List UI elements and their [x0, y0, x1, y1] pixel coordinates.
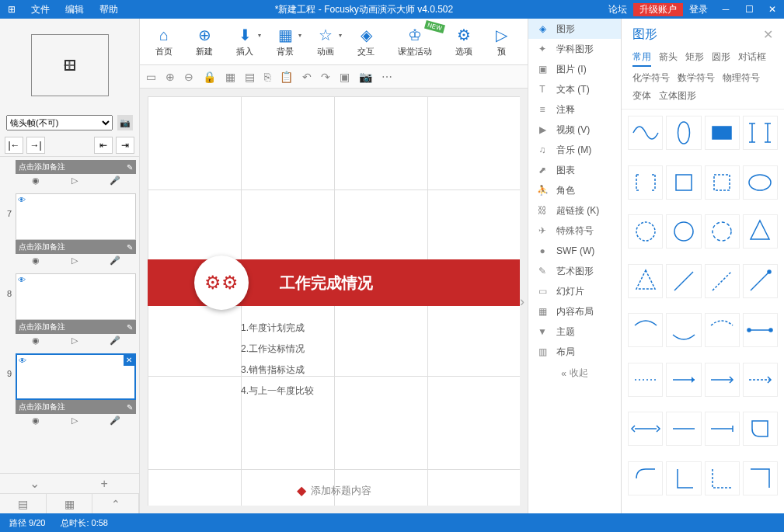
- toolbar-background[interactable]: ▦背景: [277, 26, 294, 57]
- title-bar[interactable]: ⚙⚙ 工作完成情况: [148, 259, 520, 306]
- undo-icon[interactable]: ↶: [302, 71, 312, 83]
- slide-item[interactable]: 8 👁 点击添加备注✎ ◉▷🎤: [3, 273, 136, 347]
- edit-caption-icon[interactable]: ✎: [127, 403, 133, 412]
- shape-cell[interactable]: [705, 461, 740, 495]
- insert-menu-item[interactable]: ▼主题: [528, 322, 621, 342]
- add-frame-button[interactable]: +: [31, 34, 109, 96]
- add-slide-button[interactable]: +: [70, 474, 140, 493]
- shape-tab[interactable]: 化学符号: [632, 71, 670, 85]
- shape-cell[interactable]: [666, 363, 701, 397]
- shape-cell[interactable]: [628, 165, 663, 200]
- shape-cell[interactable]: [705, 264, 740, 298]
- slide-caption[interactable]: 点击添加备注: [19, 242, 127, 252]
- edit-caption-icon[interactable]: ✎: [127, 323, 133, 332]
- shape-cell[interactable]: [628, 461, 663, 495]
- view-list-button[interactable]: ▤: [0, 494, 47, 513]
- toolbar-home[interactable]: ⌂首页: [155, 26, 172, 57]
- nav-last-button[interactable]: →|: [26, 137, 45, 154]
- insert-menu-item[interactable]: ▭幻灯片: [528, 281, 621, 301]
- insert-menu-item[interactable]: ▥布局: [528, 342, 621, 362]
- shape-cell[interactable]: [743, 313, 778, 347]
- shape-cell[interactable]: [705, 214, 740, 249]
- zoom-out-icon[interactable]: ⊖: [184, 71, 193, 83]
- shape-cell[interactable]: [666, 461, 701, 495]
- shape-cell[interactable]: [666, 264, 701, 298]
- shape-cell[interactable]: [705, 412, 740, 446]
- insert-menu-item[interactable]: ✦学科图形: [528, 39, 621, 59]
- shape-cell[interactable]: [705, 363, 740, 397]
- delete-slide-button[interactable]: ✕: [124, 355, 134, 366]
- close-panel-icon[interactable]: ✕: [763, 27, 773, 42]
- toolbar-animation[interactable]: ☆动画: [317, 26, 334, 57]
- paste-icon[interactable]: 📋: [280, 71, 293, 83]
- shape-cell[interactable]: [666, 412, 701, 446]
- shape-cell[interactable]: [743, 363, 778, 397]
- zoom-in-icon[interactable]: ⊕: [166, 71, 175, 83]
- play-icon[interactable]: ▷: [71, 256, 78, 266]
- more-icon[interactable]: ⋯: [382, 71, 392, 83]
- expand-down-button[interactable]: ⌄: [0, 474, 70, 493]
- shape-cell[interactable]: [743, 165, 778, 200]
- grid-icon[interactable]: ▦: [225, 71, 235, 83]
- upgrade-button[interactable]: 升级账户: [633, 3, 683, 16]
- visibility-icon[interactable]: ◉: [32, 176, 40, 186]
- insert-menu-item[interactable]: ▦内容布局: [528, 301, 621, 322]
- align-icon[interactable]: ▤: [245, 71, 255, 83]
- slide-caption[interactable]: 点击添加备注: [19, 322, 127, 332]
- shape-cell[interactable]: [743, 264, 778, 298]
- insert-menu-item[interactable]: ⛓超链接 (K): [528, 200, 621, 221]
- insert-menu-item[interactable]: ✎艺术图形: [528, 261, 621, 281]
- shape-cell[interactable]: [743, 116, 778, 150]
- slide-item[interactable]: 点击添加备注✎ ◉▷🎤: [3, 160, 136, 187]
- shape-tab[interactable]: 立体图形: [659, 89, 696, 103]
- shape-cell[interactable]: [628, 313, 663, 347]
- menu-edit[interactable]: 编辑: [57, 3, 92, 16]
- shape-cell[interactable]: [666, 116, 701, 150]
- shape-cell[interactable]: [666, 214, 701, 249]
- layers-icon[interactable]: ▣: [340, 71, 350, 83]
- shape-tab[interactable]: 箭头: [659, 50, 678, 67]
- slide-caption[interactable]: 点击添加备注: [19, 162, 127, 172]
- minimize-button[interactable]: ─: [714, 4, 737, 15]
- slide-title[interactable]: 工作完成情况: [280, 273, 373, 294]
- play-icon[interactable]: ▷: [71, 176, 78, 186]
- insert-menu-item[interactable]: ▣图片 (I): [528, 59, 621, 79]
- bullet-item[interactable]: 3.销售指标达成: [241, 363, 350, 377]
- edit-caption-icon[interactable]: ✎: [127, 243, 133, 252]
- subtitle-placeholder[interactable]: ◆ 添加标题内容: [297, 483, 371, 498]
- shape-cell[interactable]: [705, 313, 740, 347]
- mic-icon[interactable]: 🎤: [110, 336, 120, 346]
- bullet-item[interactable]: 1.年度计划完成: [241, 322, 350, 335]
- insert-menu-item[interactable]: ◈图形: [528, 19, 621, 39]
- insert-menu-item[interactable]: T文本 (T): [528, 79, 621, 99]
- bullet-list[interactable]: 1.年度计划完成 2.工作达标情况 3.销售指标达成 4.与上一年度比较: [148, 306, 520, 413]
- toolbar-preview[interactable]: ▷预: [496, 26, 507, 57]
- collapse-menu-button[interactable]: «收起: [528, 362, 621, 384]
- shape-tab[interactable]: 矩形: [685, 50, 704, 67]
- forum-link[interactable]: 论坛: [602, 3, 633, 16]
- frame-type-dropdown[interactable]: 镜头帧(不可): [6, 115, 113, 130]
- shape-tab[interactable]: 对话框: [738, 50, 766, 67]
- select-tool-icon[interactable]: ▭: [146, 71, 156, 83]
- insert-menu-item[interactable]: ⛹角色: [528, 180, 621, 200]
- redo-icon[interactable]: ↷: [321, 71, 330, 83]
- shape-cell[interactable]: [628, 214, 663, 249]
- toolbar-new[interactable]: ⊕新建: [196, 26, 213, 57]
- toolbar-interaction[interactable]: ◈交互: [357, 26, 375, 57]
- insert-menu-item[interactable]: ♫音乐 (M): [528, 140, 621, 160]
- view-grid-button[interactable]: ▦: [47, 494, 93, 513]
- menu-help[interactable]: 帮助: [92, 3, 126, 16]
- shape-cell[interactable]: [666, 165, 701, 200]
- shape-tab[interactable]: 变体: [632, 89, 651, 103]
- bullet-item[interactable]: 4.与上一年度比较: [241, 384, 350, 398]
- shape-tab[interactable]: 圆形: [712, 50, 730, 67]
- eye-icon[interactable]: 👁: [19, 356, 26, 365]
- shape-cell[interactable]: [628, 116, 663, 150]
- close-button[interactable]: ✕: [761, 4, 784, 15]
- shape-cell[interactable]: [666, 313, 701, 347]
- eye-icon[interactable]: 👁: [18, 196, 26, 204]
- shape-cell[interactable]: [705, 116, 740, 150]
- indent-left-button[interactable]: ⇤: [94, 137, 113, 154]
- slide-item-active[interactable]: 9 👁✕ 点击添加备注✎ ◉▷🎤: [3, 353, 136, 427]
- login-link[interactable]: 登录: [683, 3, 714, 16]
